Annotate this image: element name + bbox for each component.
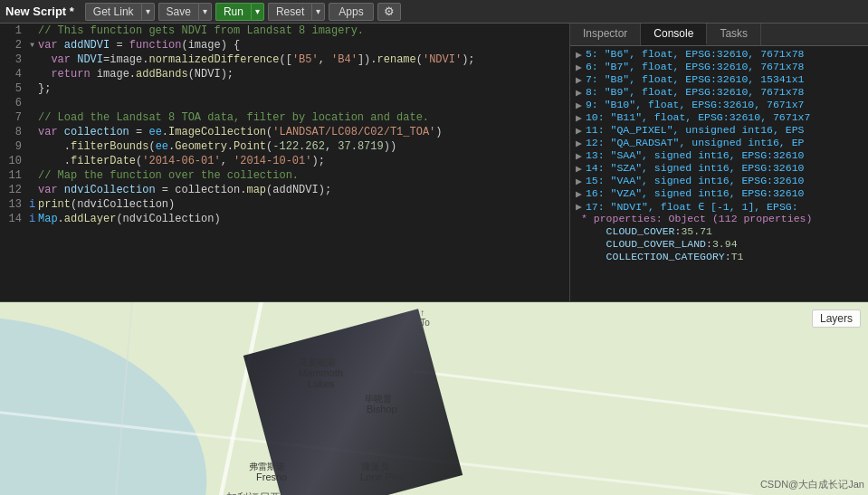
console-line: ▶6: "B7", float, EPSG:32610, 7671x78	[574, 61, 864, 73]
code-line-6: 6	[0, 96, 569, 110]
save-dropdown[interactable]: ▾	[198, 3, 212, 21]
code-line-11: 11 // Map the function over the collecti…	[0, 168, 569, 183]
console-line: ▶5: "B6", float, EPSG:32610, 7671x78	[574, 48, 864, 61]
tab-inspector[interactable]: Inspector	[570, 24, 641, 45]
property-item: CLOUD_COVER_LAND: 3.94	[574, 238, 864, 251]
map-area[interactable]: 5 马麦斯湖 Mammoth Lakes 毕晓普 Bishop 弗雷斯诺 Fre…	[0, 301, 868, 495]
code-line-14: 14 i Map.addLayer(ndviCollection)	[0, 212, 569, 226]
code-line-2: 2 ▾ var addNDVI = function(image) {	[0, 38, 569, 52]
console-line: ▶9: "B10", float, EPSG:32610, 7671x7	[574, 99, 864, 111]
run-dropdown[interactable]: ▾	[251, 3, 264, 21]
map-label-lakes: Lakes	[308, 378, 334, 389]
property-item: COLLECTION_CATEGORY: T1	[574, 251, 864, 263]
toolbar: New Script * Get Link ▾ Save ▾ Run ▾ Res…	[0, 0, 868, 24]
code-line-7: 7 // Load the Landsat 8 TOA data, filter…	[0, 110, 569, 125]
save-btn-group: Save ▾	[158, 3, 212, 21]
get-link-btn-group: Get Link ▾	[85, 3, 155, 21]
code-line-5: 5 };	[0, 81, 569, 96]
get-link-button[interactable]: Get Link	[85, 3, 141, 21]
console-line: ▶7: "B8", float, EPSG:32610, 15341x1	[574, 73, 864, 86]
save-button[interactable]: Save	[158, 3, 198, 21]
console-line: ▶11: "QA_PIXEL", unsigned int16, EPS	[574, 124, 864, 137]
code-line-13: 13 i print(ndviCollection)	[0, 197, 569, 212]
code-line-8: 8 var collection = ee.ImageCollection('L…	[0, 125, 569, 139]
map-nav: ↑ To	[420, 308, 430, 328]
run-button[interactable]: Run	[215, 3, 251, 21]
run-btn-group: Run ▾	[215, 3, 264, 21]
map-label-bishop: Bishop	[367, 404, 397, 414]
code-line-3: 3 var NDVI=image.normalizedDifference(['…	[0, 52, 569, 67]
console-line: ▶10: "B11", float, EPSG:32610, 7671x7	[574, 111, 864, 124]
tab-console[interactable]: Console	[641, 24, 707, 45]
console-line: ▶13: "SAA", signed int16, EPSG:32610	[574, 149, 864, 162]
main-area: 1 // This function gets NDVI from Landsa…	[0, 24, 868, 301]
reset-dropdown[interactable]: ▾	[311, 3, 325, 21]
code-line-10: 10 .filterDate('2014-06-01', '2014-10-01…	[0, 154, 569, 168]
properties-header: * properties: Object (112 properties)	[574, 213, 864, 225]
map-label-fresno: Fresno	[256, 471, 287, 482]
map-label-mammoth: Mammoth	[299, 367, 343, 378]
console-line: ▶8: "B9", float, EPSG:32610, 7671x78	[574, 86, 864, 99]
code-editor[interactable]: 1 // This function gets NDVI from Landsa…	[0, 24, 570, 301]
right-tab-bar: Inspector Console Tasks	[570, 24, 868, 46]
reset-button[interactable]: Reset	[268, 3, 311, 21]
tab-tasks[interactable]: Tasks	[707, 24, 761, 45]
console-output: ▶5: "B6", float, EPSG:32610, 7671x78▶6: …	[570, 46, 868, 301]
console-line: ▶15: "VAA", signed int16, EPSG:32610	[574, 175, 864, 187]
layers-button[interactable]: Layers	[812, 309, 861, 328]
code-line-12: 12 var ndviCollection = collection.map(a…	[0, 183, 569, 197]
map-label-lone-pine: Lone Pine	[360, 471, 405, 482]
console-line: ▶17: "NDVI", float ∈ [-1, 1], EPSG:	[574, 200, 864, 213]
code-line-4: 4 return image.addBands(NDVI);	[0, 67, 569, 81]
code-line-1: 1 // This function gets NDVI from Landsa…	[0, 24, 569, 38]
console-line: ▶12: "QA_RADSAT", unsigned int16, EP	[574, 137, 864, 149]
property-item: CLOUD_COVER: 35.71	[574, 225, 864, 238]
settings-button[interactable]: ⚙	[377, 3, 401, 21]
script-title: New Script *	[5, 5, 74, 18]
get-link-dropdown[interactable]: ▾	[141, 3, 155, 21]
code-line-9: 9 .filterBounds(ee.Geometry.Point(-122.2…	[0, 139, 569, 154]
reset-btn-group: Reset ▾	[268, 3, 325, 21]
apps-button[interactable]: Apps	[329, 3, 373, 21]
console-line: ▶16: "VZA", signed int16, EPSG:32610	[574, 187, 864, 200]
console-line: ▶14: "SZA", signed int16, EPSG:32610	[574, 162, 864, 175]
right-panel: Inspector Console Tasks ▶5: "B6", float,…	[570, 24, 868, 301]
watermark: CSDN@大白成长记Jan	[760, 478, 864, 491]
map-label-california-cn: 加利福尼亚	[226, 490, 281, 495]
